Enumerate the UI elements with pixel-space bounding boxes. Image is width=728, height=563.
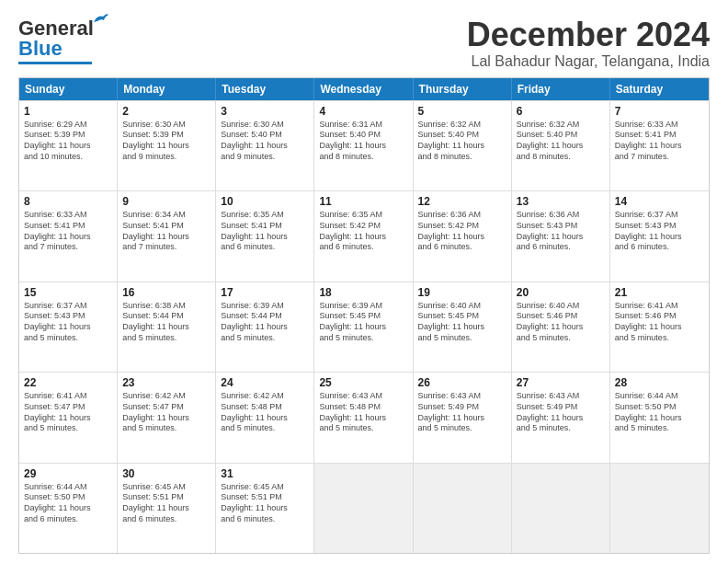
calendar-cell-w5-d6 <box>512 464 610 553</box>
calendar-week-3: 15Sunrise: 6:37 AM Sunset: 5:43 PM Dayli… <box>19 282 709 372</box>
day-number: 29 <box>24 466 112 481</box>
calendar-cell-w3-d6: 20Sunrise: 6:40 AM Sunset: 5:46 PM Dayli… <box>512 282 610 372</box>
header-saturday: Saturday <box>610 78 709 100</box>
day-number: 3 <box>221 104 309 119</box>
calendar-cell-w2-d4: 11Sunrise: 6:35 AM Sunset: 5:42 PM Dayli… <box>314 191 413 281</box>
calendar-cell-w4-d2: 23Sunrise: 6:42 AM Sunset: 5:47 PM Dayli… <box>118 373 216 462</box>
logo-general: General <box>18 17 94 40</box>
calendar-cell-w4-d6: 27Sunrise: 6:43 AM Sunset: 5:49 PM Dayli… <box>512 373 610 462</box>
day-number: 18 <box>319 285 407 300</box>
day-info: Sunrise: 6:33 AM Sunset: 5:41 PM Dayligh… <box>615 120 704 163</box>
calendar-week-4: 22Sunrise: 6:41 AM Sunset: 5:47 PM Dayli… <box>19 372 709 462</box>
day-number: 15 <box>24 285 112 300</box>
day-info: Sunrise: 6:29 AM Sunset: 5:39 PM Dayligh… <box>24 120 112 163</box>
day-number: 9 <box>122 194 210 209</box>
header-monday: Monday <box>118 78 216 100</box>
calendar-cell-w2-d3: 10Sunrise: 6:35 AM Sunset: 5:41 PM Dayli… <box>216 191 314 281</box>
calendar-cell-w1-d5: 5Sunrise: 6:32 AM Sunset: 5:40 PM Daylig… <box>414 101 512 190</box>
title-block: December 2024 Lal Bahadur Nagar, Telanga… <box>467 17 710 70</box>
day-number: 17 <box>221 285 309 300</box>
day-number: 27 <box>517 375 605 390</box>
page: General Blue December 2024 Lal Bahadur N… <box>0 0 728 563</box>
day-number: 13 <box>517 194 605 209</box>
calendar-cell-w3-d5: 19Sunrise: 6:40 AM Sunset: 5:45 PM Dayli… <box>414 282 512 372</box>
calendar-week-5: 29Sunrise: 6:44 AM Sunset: 5:50 PM Dayli… <box>19 463 709 553</box>
day-number: 19 <box>418 285 506 300</box>
calendar-cell-w2-d1: 8Sunrise: 6:33 AM Sunset: 5:41 PM Daylig… <box>19 191 118 281</box>
calendar-cell-w4-d3: 24Sunrise: 6:42 AM Sunset: 5:48 PM Dayli… <box>216 373 314 462</box>
day-number: 11 <box>319 194 407 209</box>
calendar-cell-w5-d5 <box>414 464 512 553</box>
day-number: 23 <box>122 375 210 390</box>
day-number: 24 <box>221 375 309 390</box>
calendar-subtitle: Lal Bahadur Nagar, Telangana, India <box>467 53 710 70</box>
day-number: 28 <box>615 375 704 390</box>
day-number: 21 <box>615 285 704 300</box>
day-info: Sunrise: 6:39 AM Sunset: 5:45 PM Dayligh… <box>319 301 407 344</box>
header-tuesday: Tuesday <box>216 78 314 100</box>
day-number: 8 <box>24 194 112 209</box>
day-info: Sunrise: 6:43 AM Sunset: 5:49 PM Dayligh… <box>517 391 605 434</box>
calendar-cell-w5-d3: 31Sunrise: 6:45 AM Sunset: 5:51 PM Dayli… <box>216 464 314 553</box>
calendar-cell-w1-d7: 7Sunrise: 6:33 AM Sunset: 5:41 PM Daylig… <box>610 101 709 190</box>
day-number: 10 <box>221 194 309 209</box>
calendar-cell-w4-d7: 28Sunrise: 6:44 AM Sunset: 5:50 PM Dayli… <box>610 373 709 462</box>
calendar-cell-w2-d6: 13Sunrise: 6:36 AM Sunset: 5:43 PM Dayli… <box>512 191 610 281</box>
calendar-cell-w1-d4: 4Sunrise: 6:31 AM Sunset: 5:40 PM Daylig… <box>314 101 413 190</box>
day-info: Sunrise: 6:30 AM Sunset: 5:39 PM Dayligh… <box>122 120 210 163</box>
calendar-week-2: 8Sunrise: 6:33 AM Sunset: 5:41 PM Daylig… <box>19 190 709 281</box>
day-info: Sunrise: 6:37 AM Sunset: 5:43 PM Dayligh… <box>615 210 704 253</box>
logo-underline <box>18 62 92 64</box>
day-info: Sunrise: 6:41 AM Sunset: 5:46 PM Dayligh… <box>615 301 704 344</box>
day-info: Sunrise: 6:45 AM Sunset: 5:51 PM Dayligh… <box>221 482 309 525</box>
day-info: Sunrise: 6:30 AM Sunset: 5:40 PM Dayligh… <box>221 120 309 163</box>
day-info: Sunrise: 6:36 AM Sunset: 5:43 PM Dayligh… <box>517 210 605 253</box>
calendar-cell-w5-d4 <box>314 464 413 553</box>
calendar-week-1: 1Sunrise: 6:29 AM Sunset: 5:39 PM Daylig… <box>19 100 709 190</box>
day-info: Sunrise: 6:43 AM Sunset: 5:49 PM Dayligh… <box>418 391 506 434</box>
header-thursday: Thursday <box>414 78 512 100</box>
logo-bird-icon <box>90 9 110 29</box>
calendar-cell-w1-d6: 6Sunrise: 6:32 AM Sunset: 5:40 PM Daylig… <box>512 101 610 190</box>
calendar-title: December 2024 <box>467 17 710 53</box>
calendar-header: Sunday Monday Tuesday Wednesday Thursday… <box>19 78 709 100</box>
calendar-cell-w4-d5: 26Sunrise: 6:43 AM Sunset: 5:49 PM Dayli… <box>414 373 512 462</box>
calendar-cell-w1-d2: 2Sunrise: 6:30 AM Sunset: 5:39 PM Daylig… <box>118 101 216 190</box>
calendar-cell-w3-d2: 16Sunrise: 6:38 AM Sunset: 5:44 PM Dayli… <box>118 282 216 372</box>
day-info: Sunrise: 6:41 AM Sunset: 5:47 PM Dayligh… <box>24 391 112 434</box>
day-info: Sunrise: 6:44 AM Sunset: 5:50 PM Dayligh… <box>24 482 112 525</box>
calendar-cell-w2-d7: 14Sunrise: 6:37 AM Sunset: 5:43 PM Dayli… <box>610 191 709 281</box>
day-number: 16 <box>122 285 210 300</box>
day-number: 4 <box>319 104 407 119</box>
header-sunday: Sunday <box>19 78 118 100</box>
calendar-cell-w2-d5: 12Sunrise: 6:36 AM Sunset: 5:42 PM Dayli… <box>414 191 512 281</box>
day-number: 14 <box>615 194 704 209</box>
day-info: Sunrise: 6:40 AM Sunset: 5:45 PM Dayligh… <box>418 301 506 344</box>
day-number: 12 <box>418 194 506 209</box>
day-number: 22 <box>24 375 112 390</box>
day-number: 30 <box>122 466 210 481</box>
day-info: Sunrise: 6:31 AM Sunset: 5:40 PM Dayligh… <box>319 120 407 163</box>
day-number: 26 <box>418 375 506 390</box>
calendar-cell-w5-d7 <box>610 464 709 553</box>
day-info: Sunrise: 6:39 AM Sunset: 5:44 PM Dayligh… <box>221 301 309 344</box>
day-info: Sunrise: 6:32 AM Sunset: 5:40 PM Dayligh… <box>418 120 506 163</box>
calendar-cell-w2-d2: 9Sunrise: 6:34 AM Sunset: 5:41 PM Daylig… <box>118 191 216 281</box>
calendar-cell-w1-d1: 1Sunrise: 6:29 AM Sunset: 5:39 PM Daylig… <box>19 101 118 190</box>
day-info: Sunrise: 6:40 AM Sunset: 5:46 PM Dayligh… <box>517 301 605 344</box>
day-info: Sunrise: 6:43 AM Sunset: 5:48 PM Dayligh… <box>319 391 407 434</box>
calendar-cell-w1-d3: 3Sunrise: 6:30 AM Sunset: 5:40 PM Daylig… <box>216 101 314 190</box>
header-friday: Friday <box>512 78 610 100</box>
day-info: Sunrise: 6:44 AM Sunset: 5:50 PM Dayligh… <box>615 391 704 434</box>
calendar-body: 1Sunrise: 6:29 AM Sunset: 5:39 PM Daylig… <box>19 100 709 553</box>
day-number: 2 <box>122 104 210 119</box>
day-info: Sunrise: 6:42 AM Sunset: 5:48 PM Dayligh… <box>221 391 309 434</box>
day-number: 6 <box>517 104 605 119</box>
calendar-cell-w3-d4: 18Sunrise: 6:39 AM Sunset: 5:45 PM Dayli… <box>314 282 413 372</box>
header: General Blue December 2024 Lal Bahadur N… <box>18 17 710 70</box>
day-info: Sunrise: 6:36 AM Sunset: 5:42 PM Dayligh… <box>418 210 506 253</box>
calendar-cell-w3-d1: 15Sunrise: 6:37 AM Sunset: 5:43 PM Dayli… <box>19 282 118 372</box>
day-number: 31 <box>221 466 309 481</box>
day-number: 25 <box>319 375 407 390</box>
calendar: Sunday Monday Tuesday Wednesday Thursday… <box>18 77 710 554</box>
